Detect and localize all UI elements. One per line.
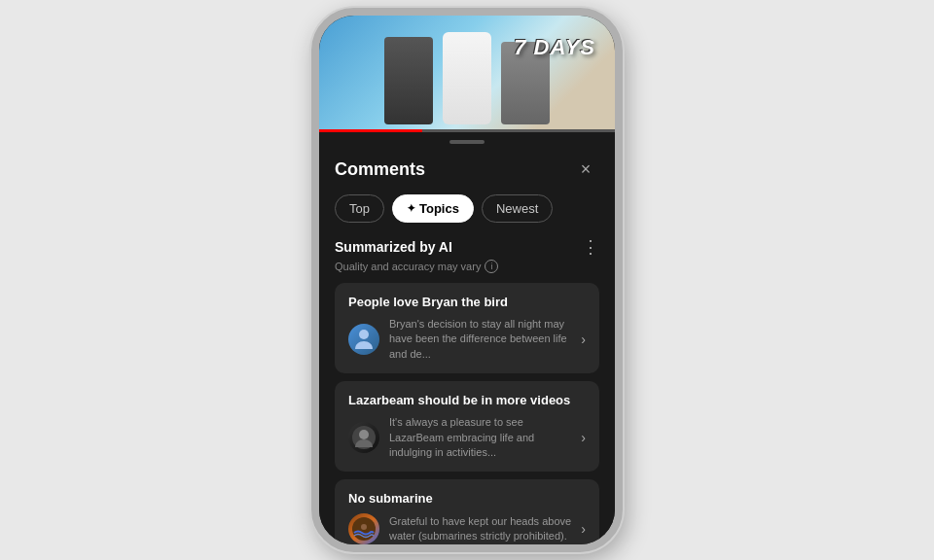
svg-point-2 xyxy=(359,430,369,439)
topic-preview-bryan: Bryan's decision to stay all night may h… xyxy=(389,317,571,362)
ai-summary-header: Summarized by AI ⋮ xyxy=(335,238,599,256)
drag-handle[interactable] xyxy=(319,132,615,148)
comments-header: Comments × xyxy=(319,148,615,194)
video-progress-bar xyxy=(319,129,615,132)
ai-summary-title: Summarized by AI xyxy=(335,239,452,255)
topic-preview-submarine: Grateful to have kept our heads above wa… xyxy=(389,514,571,544)
avatar-lazar-image xyxy=(348,422,379,453)
svg-point-0 xyxy=(359,330,369,339)
chevron-right-icon: › xyxy=(581,332,586,347)
drag-handle-bar xyxy=(449,140,485,144)
video-background xyxy=(319,16,615,132)
chevron-right-icon-2: › xyxy=(581,430,586,445)
phone-frame: 7 DAYS Comments × Top ✦ Topics Newest xyxy=(311,8,623,552)
more-options-button[interactable]: ⋮ xyxy=(582,238,599,256)
video-section: 7 DAYS xyxy=(319,16,615,132)
tab-topics-label: Topics xyxy=(419,201,459,216)
ai-subtitle-text: Quality and accuracy may vary xyxy=(335,261,481,272)
topic-avatar-submarine xyxy=(348,513,379,544)
chevron-right-icon-3: › xyxy=(581,521,586,537)
tab-newest-label: Newest xyxy=(496,201,538,216)
tabs-row: Top ✦ Topics Newest xyxy=(319,194,615,238)
video-title: 7 DAYS xyxy=(514,35,595,60)
tab-top-label: Top xyxy=(349,201,370,216)
topics-star-icon: ✦ xyxy=(407,202,415,215)
topic-avatar-bryan xyxy=(348,324,379,355)
svg-point-4 xyxy=(361,524,367,530)
topic-preview-lazarbeam: It's always a pleasure to see LazarBeam … xyxy=(389,415,571,460)
ai-summary-subtitle: Quality and accuracy may vary i xyxy=(335,260,599,273)
tab-newest[interactable]: Newest xyxy=(482,194,553,223)
topic-card-bryan[interactable]: People love Bryan the bird Bryan's decis… xyxy=(335,283,599,373)
video-progress-fill xyxy=(319,129,422,132)
comments-panel: Comments × Top ✦ Topics Newest Summarize… xyxy=(319,148,615,544)
comments-title: Comments xyxy=(335,159,425,180)
topic-card-lazarbeam[interactable]: Lazarbeam should be in more videos It's … xyxy=(335,381,599,472)
topic-card-lazarbeam-body: It's always a pleasure to see LazarBeam … xyxy=(348,415,586,460)
info-icon[interactable]: i xyxy=(485,260,498,273)
topic-avatar-lazarbeam xyxy=(348,422,379,453)
avatar-bryan-initial xyxy=(348,324,379,355)
topic-card-bryan-title: People love Bryan the bird xyxy=(348,295,586,309)
tab-topics[interactable]: ✦ Topics xyxy=(392,194,474,223)
topic-card-bryan-body: Bryan's decision to stay all night may h… xyxy=(348,317,586,362)
topic-card-submarine-body: Grateful to have kept our heads above wa… xyxy=(348,513,586,544)
topic-card-submarine[interactable]: No submarine Grate xyxy=(335,479,599,544)
topic-card-lazarbeam-title: Lazarbeam should be in more videos xyxy=(348,393,586,407)
close-button[interactable]: × xyxy=(572,156,599,183)
topic-card-submarine-title: No submarine xyxy=(348,491,586,506)
tab-top[interactable]: Top xyxy=(335,194,384,223)
avatar-sub-image xyxy=(348,513,379,544)
ai-summary-section: Summarized by AI ⋮ Quality and accuracy … xyxy=(319,238,615,544)
